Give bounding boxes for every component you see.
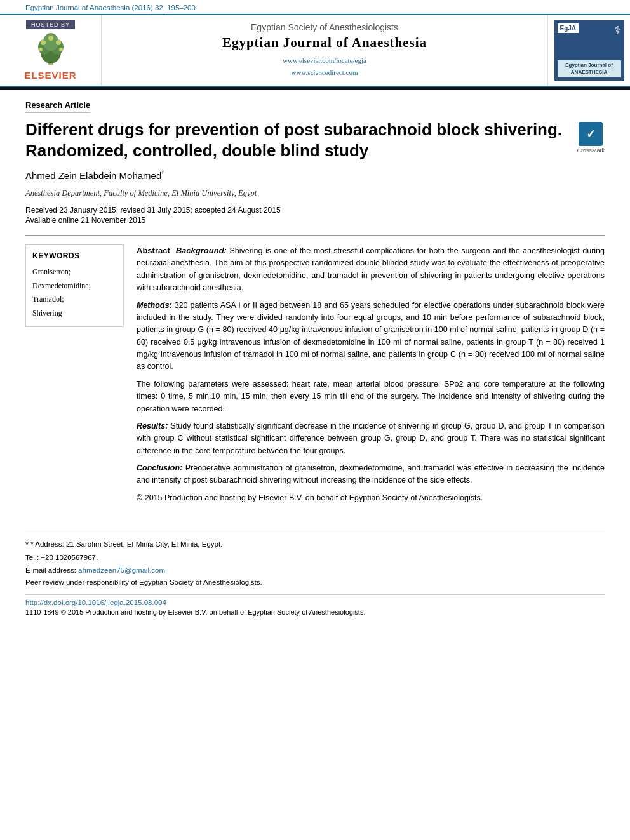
elsevier-logo-box: ELSEVIER bbox=[24, 33, 76, 81]
footnote-email-line: E-mail address: ahmedzeen75@gmail.com bbox=[25, 564, 605, 577]
methods-label: Methods: bbox=[137, 301, 172, 310]
methods-text2: The following parameters were assessed: … bbox=[137, 380, 605, 413]
bottom-doi-bar: http://dx.doi.org/10.1016/j.egja.2015.08… bbox=[25, 594, 605, 616]
conclusion-text: Preoperative administration of granisetr… bbox=[137, 463, 605, 484]
tel-text: +20 1020567967. bbox=[41, 554, 98, 561]
elsevier-label: ELSEVIER bbox=[24, 70, 76, 81]
footnote-tel-line: Tel.: +20 1020567967. bbox=[25, 552, 605, 564]
keywords-col: KEYWORDS Granisetron; Dexmedetomidine; T… bbox=[25, 244, 124, 327]
article-title-row: Different drugs for prevention of post s… bbox=[25, 119, 605, 161]
keyword-4: Shivering bbox=[32, 307, 117, 321]
article-type: Research Article bbox=[25, 100, 90, 113]
svg-point-8 bbox=[39, 48, 43, 51]
journal-cover: EgJA ⚕ Egyptian Journal ofANAESTHESIA bbox=[554, 20, 624, 81]
abstract-background: Abstract Background: Shivering is one of… bbox=[137, 244, 605, 295]
page-wrapper: Egyptian Journal of Anaesthesia (2016) 3… bbox=[0, 0, 630, 840]
two-col-section: KEYWORDS Granisetron; Dexmedetomidine; T… bbox=[25, 244, 605, 509]
cover-title-text: Egyptian Journal ofANAESTHESIA bbox=[560, 62, 619, 76]
caduceus-icon: ⚕ bbox=[615, 23, 621, 37]
abstract-methods-2: The following parameters were assessed: … bbox=[137, 378, 605, 415]
author-sup: * bbox=[161, 170, 164, 177]
svg-point-5 bbox=[41, 40, 46, 45]
abstract-col: Abstract Background: Shivering is one of… bbox=[137, 244, 605, 509]
doi-link[interactable]: http://dx.doi.org/10.1016/j.egja.2015.08… bbox=[25, 599, 605, 606]
abstract-methods: Methods: 320 patients ASA I or II aged b… bbox=[137, 300, 605, 373]
results-label: Results: bbox=[137, 422, 168, 430]
abstract-copyright: © 2015 Production and hosting by Elsevie… bbox=[137, 492, 605, 504]
results-text: Study found statistically significant de… bbox=[137, 422, 605, 455]
abstract-label: Abstract bbox=[137, 246, 170, 255]
email-label: E-mail address: bbox=[25, 566, 76, 574]
svg-point-6 bbox=[56, 40, 61, 45]
crossmark-symbol: ✓ bbox=[586, 127, 596, 141]
cover-top: EgJA ⚕ bbox=[558, 23, 621, 37]
copyright-bottom: 1110-1849 © 2015 Production and hosting … bbox=[25, 608, 605, 616]
header-left: HOSTED BY ELSEV bbox=[0, 15, 102, 86]
footer-divider bbox=[25, 531, 605, 531]
keyword-2: Dexmedetomidine; bbox=[32, 279, 117, 293]
header-right: EgJA ⚕ Egyptian Journal ofANAESTHESIA bbox=[547, 15, 630, 86]
top-citation: Egyptian Journal of Anaesthesia (2016) 3… bbox=[0, 0, 630, 14]
keywords-title: KEYWORDS bbox=[32, 251, 117, 260]
society-name: Egyptian Society of Anesthesiologists bbox=[251, 22, 398, 32]
svg-point-7 bbox=[48, 36, 53, 41]
author-name: Ahmed Zein Elabdein Mohamed* bbox=[25, 170, 605, 181]
dates-received: Received 23 January 2015; revised 31 Jul… bbox=[25, 206, 605, 215]
footnote-address-line: * * Address: 21 Sarofim Street, El-Minia… bbox=[25, 538, 605, 552]
journal-header: HOSTED BY ELSEV bbox=[0, 14, 630, 87]
dates-available: Available online 21 November 2015 bbox=[25, 216, 605, 225]
address-label: * Address: bbox=[30, 540, 64, 548]
tel-label: Tel.: bbox=[25, 554, 39, 561]
footnote-section: * * Address: 21 Sarofim Street, El-Minia… bbox=[0, 538, 630, 589]
svg-point-9 bbox=[59, 48, 63, 51]
address-text: 21 Sarofim Street, El-Minia City, El-Min… bbox=[66, 540, 222, 548]
footnote-asterisk: * bbox=[25, 540, 29, 549]
url1[interactable]: www.elsevier.com/locate/egja bbox=[283, 55, 366, 67]
main-content: Research Article Different drugs for pre… bbox=[0, 90, 630, 522]
cover-title-box: Egyptian Journal ofANAESTHESIA bbox=[558, 60, 621, 77]
article-title: Different drugs for prevention of post s… bbox=[25, 119, 569, 161]
journal-urls: www.elsevier.com/locate/egja www.science… bbox=[283, 55, 366, 78]
methods-text: 320 patients ASA I or II aged between 18… bbox=[137, 301, 605, 371]
crossmark-label: CrossMark bbox=[577, 147, 605, 154]
peer-review-line: Peer review under responsibility of Egyp… bbox=[25, 577, 605, 589]
url2[interactable]: www.sciencedirect.com bbox=[283, 67, 366, 79]
email-link[interactable]: ahmedzeen75@gmail.com bbox=[78, 566, 165, 574]
abstract-conclusion: Conclusion: Preoperative administration … bbox=[137, 462, 605, 487]
keyword-3: Tramadol; bbox=[32, 293, 117, 307]
author-name-text: Ahmed Zein Elabdein Mohamed bbox=[25, 170, 161, 181]
affiliation: Anesthesia Department, Faculty of Medici… bbox=[25, 189, 605, 198]
thin-divider bbox=[25, 235, 605, 236]
conclusion-label: Conclusion: bbox=[137, 463, 182, 472]
abstract-results: Results: Study found statistically signi… bbox=[137, 420, 605, 457]
header-center: Egyptian Society of Anesthesiologists Eg… bbox=[102, 15, 547, 86]
elsevier-tree-icon bbox=[32, 33, 70, 68]
background-label: Background: bbox=[176, 246, 227, 255]
copyright-text: © 2015 Production and hosting by Elsevie… bbox=[137, 493, 483, 502]
journal-title: Egyptian Journal of Anaesthesia bbox=[222, 35, 427, 51]
hosted-by-badge: HOSTED BY bbox=[26, 20, 75, 29]
citation-text: Egyptian Journal of Anaesthesia (2016) 3… bbox=[25, 4, 196, 11]
crossmark-badge[interactable]: ✓ CrossMark bbox=[577, 122, 605, 154]
cover-logo-eja: EgJA bbox=[558, 23, 579, 33]
crossmark-icon: ✓ bbox=[579, 122, 603, 146]
keyword-1: Granisetron; bbox=[32, 265, 117, 279]
